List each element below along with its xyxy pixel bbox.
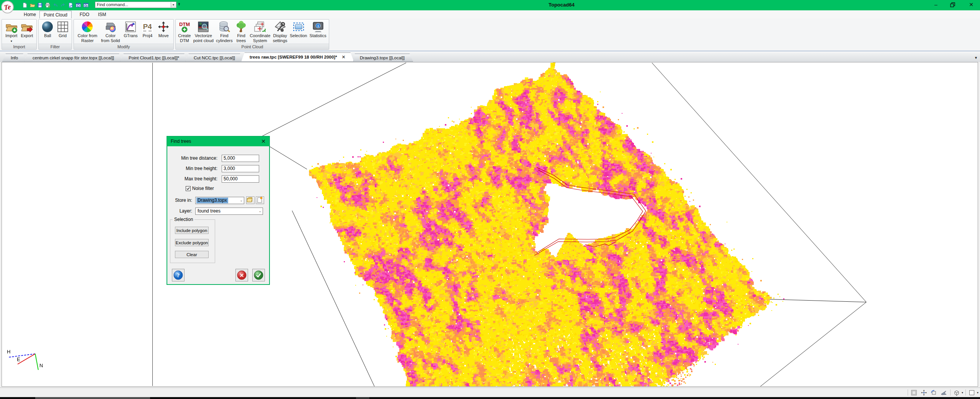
proj4-icon: P4 [141,21,154,33]
document-tab-trees-raw[interactable]: trees raw.tpc [SWEREF99 18 00/RH 2000]*✕ [241,52,354,62]
document-tab-bar: ▼Infocentrum cirkel snapp för stor.topx … [0,52,980,62]
ok-button[interactable] [252,269,265,281]
tab-list-chevron-icon[interactable]: ▼ [974,56,978,60]
svg-text:?: ? [177,272,180,278]
cancel-button[interactable]: ✕ [235,269,248,281]
new-document-icon[interactable] [22,2,28,8]
document-tab-cut-ncc[interactable]: Cut NCC.tpc [[Local]] [185,54,243,62]
find-trees-dialog: Find trees ✕ Min tree distance:5,000Min … [167,136,270,285]
ribbon-button-label: Findcylinders [216,33,232,43]
help-button[interactable]: ? [172,269,185,281]
ribbon-button-proj4[interactable]: P4Proj4 [141,20,154,38]
point-cloud-canvas[interactable] [2,62,978,386]
view-cube-icon[interactable] [953,389,960,396]
selection-icon [292,21,305,33]
create-dtm-icon: DTM [178,21,191,33]
ribbon-button-label: Displaysettings [273,33,287,43]
ribbon-button-display-settings[interactable]: Displaysettings [273,20,287,43]
ribbon-button-label: GTrans [124,33,137,38]
layer-combobox[interactable]: found trees⌄ [195,208,263,215]
ribbon-button-label: Vectorizepoint cloud [193,33,214,43]
window-refresh-icon[interactable] [75,2,81,8]
clear-button[interactable]: Clear [175,251,209,258]
ribbon-button-label: Colorfrom Solid [101,33,120,43]
document-tab-centrum-cirkel-snapp-f-r-stor[interactable]: centrum cirkel snapp för stor.topx [[Loc… [24,54,122,62]
open-folder-icon[interactable] [29,2,35,8]
preview-document-icon[interactable] [68,2,74,8]
print-icon[interactable] [45,2,51,8]
app-logo[interactable]: Te [1,1,14,13]
new-drawing-button[interactable] [256,196,264,204]
undo-icon[interactable] [52,2,58,8]
ribbon-group-modify: Color fromRasterColorfrom SolidGTransP4P… [74,19,174,50]
ribbon-tab-point-cloud[interactable]: Point Cloud [39,11,72,18]
ribbon: Import▾ExportImportBallGridFilterColor f… [0,18,980,51]
dialog-field-input-1[interactable]: 5,000 [222,155,259,162]
topocad-window: Find command...▼ ▾ Topocad64 – ✕ Te Home… [0,0,980,399]
status-bar: ▾▾ [0,388,980,397]
document-tab-info[interactable]: Info [2,54,26,62]
orbit-icon[interactable] [930,389,938,396]
statistics-icon: i [312,21,324,33]
ribbon-button-color-from-raster[interactable]: Color fromRaster [78,20,97,43]
move-icon [157,21,170,33]
select-mode-icon[interactable] [910,389,918,396]
ribbon-tab-ism[interactable]: ISM [94,11,110,18]
render-mode-icon[interactable] [968,389,976,396]
ribbon-button-find-cylinders[interactable]: Findcylinders [216,20,232,43]
minimize-button[interactable]: – [928,0,944,10]
ribbon-tab-fdo[interactable]: FDO [76,11,93,18]
ribbon-button-ball[interactable]: Ball [41,20,54,38]
store-in-label: Store in: [167,197,192,204]
dialog-close-icon[interactable]: ✕ [261,138,266,145]
find-cylinders-icon [218,21,230,33]
dialog-field-input-3[interactable]: 50,000 [222,175,259,183]
ribbon-tab-home[interactable]: Home [20,11,40,18]
document-tab-drawing3[interactable]: Drawing3.topx [[Local]] [351,54,413,62]
include-polygon-button[interactable]: Include polygon [175,227,209,234]
color-wheel-icon [81,21,93,33]
window-sync-icon[interactable] [83,2,89,8]
dialog-field-input-2[interactable]: 3,000 [222,165,259,172]
ribbon-button-export[interactable]: Export [21,20,33,38]
ribbon-group-title: Modify [74,44,173,49]
find-command-dropdown[interactable]: ▼ [171,2,176,7]
ribbon-button-label: Proj4 [141,33,154,38]
ribbon-button-move[interactable]: Move [157,20,170,38]
dialog-title[interactable]: Find trees [167,137,269,146]
ribbon-group-filter: BallGridFilter [38,19,72,50]
find-trees-icon [235,21,247,33]
dialog-field-label: Max tree height: [171,175,217,183]
ribbon-group-import: Import▾ExportImport [2,19,37,50]
svg-text:P4: P4 [143,23,152,31]
import-icon [5,21,18,33]
save-icon[interactable] [37,2,43,8]
ribbon-button-coordinate-system[interactable]: CoordinateSystem [250,20,270,43]
svg-text:DTM: DTM [179,21,190,27]
pan-icon[interactable] [920,389,928,396]
exclude-polygon-button[interactable]: Exclude polygon [175,239,209,246]
ribbon-button-find-trees[interactable]: Findtrees [235,20,247,43]
ribbon-button-grid[interactable]: Grid [57,20,69,38]
qat-customize-icon[interactable]: ▾ [178,3,180,6]
ribbon-button-color-from-solid[interactable]: Colorfrom Solid [101,20,120,43]
noise-filter-label: Noise filter [192,186,214,191]
ribbon-button-label: Grid [57,33,69,38]
close-button[interactable]: ✕ [964,0,979,10]
document-tab-point-cloud1[interactable]: Point Cloud1.tpc [[Local]]* [120,54,188,62]
noise-filter-checkbox[interactable] [186,186,191,191]
selection-group-label: Selection [173,217,194,222]
ribbon-button-statistics[interactable]: iStatistics [310,20,327,38]
fly-icon[interactable] [940,389,948,396]
ribbon-button-selection[interactable]: Selection [290,20,307,38]
tab-close-icon[interactable]: ✕ [341,54,345,60]
ribbon-button-vectorize-point-cloud[interactable]: Vectorizepoint cloud [193,20,214,43]
redo-icon[interactable] [60,2,66,8]
ribbon-button-create-dtm[interactable]: DTMCreateDTM [178,20,191,43]
ribbon-button-gtrans[interactable]: GTrans [124,20,137,38]
ribbon-button-import[interactable]: Import▾ [5,20,18,44]
restore-button[interactable] [945,0,960,10]
find-command-input[interactable]: Find command...▼ [95,2,176,8]
store-in-combobox[interactable]: Drawing3.topx⌄ [195,197,244,204]
browse-folder-button[interactable] [246,196,255,204]
